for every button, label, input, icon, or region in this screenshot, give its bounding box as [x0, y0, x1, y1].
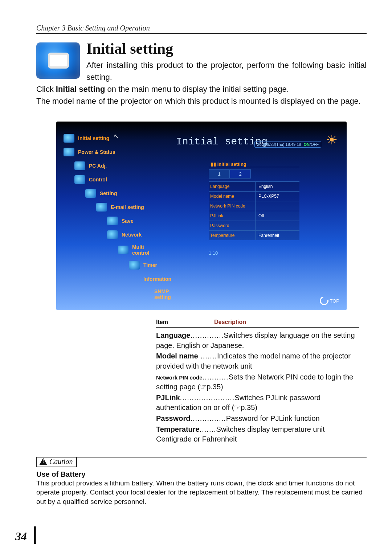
- menu-information[interactable]: Information: [140, 275, 162, 283]
- intro-p2c: on the main menu to display the initial …: [105, 85, 289, 94]
- menu-label: Network: [122, 232, 142, 238]
- intro-p2a: Click: [36, 85, 56, 94]
- intro-p2-bold: Initial setting: [56, 85, 105, 94]
- menu-power-status[interactable]: Power & Status: [64, 148, 162, 156]
- term: Temperature: [156, 425, 200, 433]
- caution-badge: Caution: [36, 457, 77, 467]
- status-off[interactable]: OFF: [311, 142, 319, 147]
- intro-text: After installing this product to the pro…: [36, 59, 367, 107]
- dots: .......: [200, 425, 216, 433]
- row-language[interactable]: LanguageEnglish: [209, 181, 299, 191]
- row-value: Off: [256, 211, 299, 221]
- row-temperature[interactable]: TemperatureFahrenheit: [209, 230, 299, 240]
- row-key: Network PIN code: [209, 201, 256, 211]
- row-key: PJLink: [209, 211, 256, 221]
- description-header: Item Description: [156, 319, 359, 328]
- subpanel-title: ▮▮ Initial setting: [209, 161, 299, 167]
- panel-title: Initial setting: [176, 136, 268, 147]
- multi-icon: [118, 246, 128, 254]
- menu-snmp-setting[interactable]: SNMP setting: [151, 288, 162, 300]
- menu-label: Information: [143, 276, 171, 282]
- row-value: [256, 221, 299, 230]
- page-number-bar: [34, 526, 36, 544]
- term: Network PIN code: [156, 374, 203, 381]
- dots: ...............: [190, 414, 226, 422]
- warning-icon: [39, 458, 47, 465]
- cursor-icon: ↖: [114, 132, 119, 140]
- menu-save[interactable]: Save: [107, 217, 162, 225]
- description-row: Model name .......Indicates the model na…: [156, 351, 359, 371]
- row-pjlink[interactable]: PJLinkOff: [209, 211, 299, 221]
- description-table: Item Description Language..............S…: [156, 319, 359, 444]
- row-password[interactable]: Password: [209, 221, 299, 230]
- status-on[interactable]: ON: [303, 142, 310, 147]
- row-key: Model name: [209, 192, 256, 201]
- caution-label: Caution: [49, 457, 73, 466]
- menu-email-setting[interactable]: E-mail setting: [96, 203, 162, 212]
- menu-label: Initial setting: [78, 135, 109, 141]
- subpanel-title-text: Initial setting: [217, 161, 246, 167]
- row-key: Password: [209, 221, 256, 230]
- gear-icon: [64, 134, 74, 143]
- datetime-text: 2006/9/28(Thu) 18:49:18: [257, 142, 301, 147]
- row-value: Fahrenheit: [256, 231, 299, 240]
- dots: ...........: [203, 373, 229, 381]
- top-button[interactable]: TOP: [320, 296, 340, 305]
- menu-label: Setting: [100, 190, 117, 196]
- menu-multi-control[interactable]: Multi control: [118, 244, 162, 256]
- row-network-pin[interactable]: Network PIN code: [209, 201, 299, 211]
- sun-icon: ☀: [324, 132, 339, 148]
- section-title: Initial setting: [36, 40, 367, 57]
- tab-2[interactable]: 2: [230, 169, 251, 178]
- menu-pc-adj[interactable]: PC Adj.: [74, 161, 162, 170]
- menu-label: Timer: [143, 262, 157, 268]
- term: Model name: [156, 352, 198, 360]
- version-label: 1.10: [209, 250, 218, 256]
- menu-timer[interactable]: Timer: [129, 261, 162, 270]
- menu-label: SNMP setting: [154, 288, 171, 300]
- description-row: PJLink.......................Switches PJ…: [156, 393, 359, 413]
- settings-subpanel: ▮▮ Initial setting 1 2 LanguageEnglish M…: [209, 161, 299, 240]
- description-row: Network PIN code...........Sets the Netw…: [156, 372, 359, 392]
- sliders-icon: [74, 175, 85, 184]
- menu-initial-setting[interactable]: Initial setting: [64, 134, 162, 143]
- caution-section: Caution: [36, 457, 367, 467]
- chapter-heading: Chapter 3 Basic Setting and Operation: [36, 24, 367, 34]
- menu-label: PC Adj.: [89, 163, 107, 169]
- dots: ..............: [190, 331, 224, 339]
- side-menu: Initial setting Power & Status PC Adj. C…: [64, 129, 162, 305]
- tab-1[interactable]: 1: [209, 169, 230, 178]
- dots: .......: [198, 352, 217, 360]
- menu-control[interactable]: Control: [74, 175, 162, 184]
- col-description: Description: [214, 319, 359, 325]
- menu-label: E-mail setting: [111, 204, 144, 210]
- settings-tabs: 1 2: [209, 169, 299, 178]
- intro-p3: The model name of the projector on which…: [36, 97, 361, 106]
- page-number: 34: [15, 530, 27, 543]
- desc-text: Password for PJLink function: [226, 414, 320, 422]
- row-model-name: Model namePLC-XP57: [209, 191, 299, 201]
- description-row: Password...............Password for PJLi…: [156, 414, 359, 424]
- menu-network[interactable]: Network: [107, 230, 162, 239]
- monitor-icon: [74, 161, 85, 170]
- clock-icon: [129, 261, 140, 270]
- row-value: PLC-XP57: [256, 192, 299, 201]
- settings-screenshot: Initial setting Power & Status PC Adj. C…: [56, 122, 347, 310]
- intro-p1: After installing this product to the pro…: [86, 61, 367, 82]
- lead-block: Initial setting After installing this pr…: [36, 40, 367, 107]
- power-icon: [64, 148, 74, 156]
- term: PJLink: [156, 394, 180, 402]
- top-label: TOP: [330, 298, 340, 304]
- row-value: English: [256, 182, 299, 191]
- datetime-badge: 2006/9/28(Thu) 18:49:18 ON/OFF: [254, 141, 321, 148]
- page: Chapter 3 Basic Setting and Operation In…: [0, 0, 392, 554]
- menu-setting[interactable]: Setting: [85, 189, 162, 198]
- col-item: Item: [156, 319, 214, 325]
- term: Language: [156, 331, 190, 339]
- caution-body: This product provides a lithium battery.…: [36, 479, 367, 506]
- save-icon: [107, 217, 118, 225]
- dots: .......................: [180, 394, 235, 402]
- caution-title: Use of Battery: [36, 470, 367, 479]
- menu-label: Control: [89, 177, 107, 182]
- mail-icon: [96, 203, 107, 212]
